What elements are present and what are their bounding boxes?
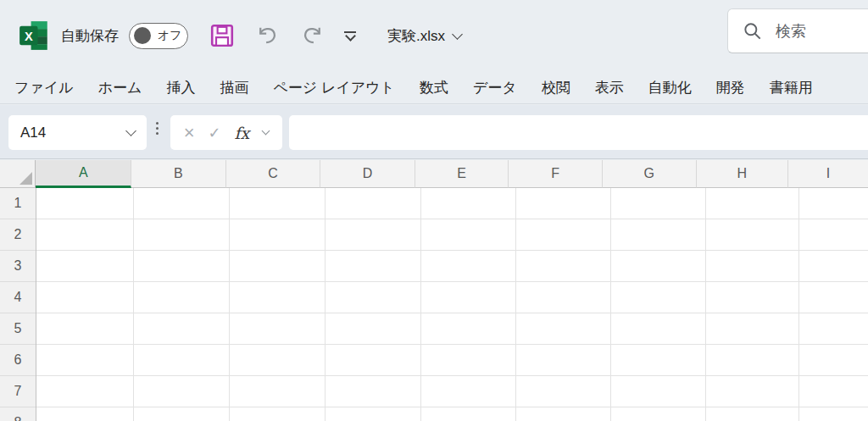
column-header-i[interactable]: I xyxy=(788,160,868,188)
chevron-down-icon[interactable] xyxy=(262,127,270,136)
save-floppy-icon xyxy=(209,23,235,48)
ribbon-tab-bar: ファイル ホーム 挿入 描画 ページ レイアウト 数式 データ 校閲 表示 自動… xyxy=(0,71,868,104)
gridline xyxy=(515,188,516,421)
column-header-e[interactable]: E xyxy=(415,160,509,188)
tab-view[interactable]: 表示 xyxy=(594,78,625,97)
search-input[interactable]: 検索 xyxy=(727,8,868,53)
tab-data[interactable]: データ xyxy=(472,78,518,97)
row-header-column: 1 2 3 4 5 6 7 8 xyxy=(0,188,36,421)
column-header-b[interactable]: B xyxy=(131,160,226,188)
column-header-a[interactable]: A xyxy=(36,160,131,188)
search-placeholder: 検索 xyxy=(776,21,806,42)
svg-text:X: X xyxy=(25,30,33,43)
cancel-icon[interactable]: × xyxy=(184,124,195,142)
tab-file[interactable]: ファイル xyxy=(14,78,75,97)
tab-insert[interactable]: 挿入 xyxy=(165,78,196,97)
chevron-down-icon xyxy=(452,29,463,40)
select-all-triangle-icon xyxy=(19,172,32,185)
redo-button[interactable] xyxy=(299,23,325,48)
row-header-7[interactable]: 7 xyxy=(0,376,36,407)
tab-page-layout[interactable]: ページ レイアウト xyxy=(272,78,396,97)
tab-developer[interactable]: 開発 xyxy=(715,78,746,97)
formula-bar-row: A14 × ✓ fx xyxy=(0,105,868,159)
autosave-state-label: オフ xyxy=(158,28,182,43)
title-bar: X 自動保存 オフ 実験.xlsx 検索 xyxy=(0,0,868,71)
row-header-2[interactable]: 2 xyxy=(0,219,36,251)
formula-buttons-group: × ✓ fx xyxy=(170,115,282,150)
tab-books[interactable]: 書籍用 xyxy=(769,78,814,97)
undo-icon xyxy=(255,23,281,48)
column-header-d[interactable]: D xyxy=(320,160,415,188)
row-header-3[interactable]: 3 xyxy=(0,251,36,282)
autosave-toggle[interactable]: オフ xyxy=(129,23,188,49)
redo-icon xyxy=(299,23,325,48)
column-header-f[interactable]: F xyxy=(509,160,603,188)
worksheet-grid: A B C D E F G H I 1 2 3 4 5 6 7 8 xyxy=(0,160,868,421)
gridline xyxy=(325,188,326,421)
gridline xyxy=(133,188,134,421)
gridline xyxy=(798,188,799,421)
column-header-g[interactable]: G xyxy=(603,160,697,188)
column-header-h[interactable]: H xyxy=(697,160,789,188)
column-header-c[interactable]: C xyxy=(226,160,321,188)
toggle-knob-icon xyxy=(134,27,151,44)
document-title-label: 実験.xlsx xyxy=(387,26,445,46)
chevron-down-icon[interactable] xyxy=(125,125,136,136)
row-header-6[interactable]: 6 xyxy=(0,345,36,376)
gridline xyxy=(705,188,706,421)
name-box-resize-handle[interactable] xyxy=(156,122,159,135)
formula-input[interactable] xyxy=(289,115,868,150)
name-box-value: A14 xyxy=(20,125,127,141)
insert-function-icon[interactable]: fx xyxy=(235,124,250,142)
row-header-4[interactable]: 4 xyxy=(0,282,36,313)
row-header-5[interactable]: 5 xyxy=(0,313,36,345)
enter-icon[interactable]: ✓ xyxy=(209,125,221,141)
excel-app-icon[interactable]: X xyxy=(19,20,49,51)
name-box[interactable]: A14 xyxy=(8,115,147,150)
document-title-button[interactable]: 実験.xlsx xyxy=(387,26,461,46)
gridline xyxy=(610,188,611,421)
search-icon xyxy=(742,20,764,42)
tab-review[interactable]: 校閲 xyxy=(541,78,571,97)
save-button[interactable] xyxy=(209,23,235,48)
column-header-row: A B C D E F G H I xyxy=(0,160,868,188)
tab-draw[interactable]: 描画 xyxy=(219,78,249,97)
customize-quick-access-button[interactable] xyxy=(342,31,359,40)
cell-area[interactable] xyxy=(36,188,868,421)
row-header-1[interactable]: 1 xyxy=(0,188,36,219)
undo-button[interactable] xyxy=(255,23,281,48)
row-header-8[interactable]: 8 xyxy=(0,407,36,421)
tab-automate[interactable]: 自動化 xyxy=(648,78,693,97)
gridline xyxy=(229,188,230,421)
tab-formulas[interactable]: 数式 xyxy=(419,78,449,97)
autosave-label: 自動保存 xyxy=(61,26,119,46)
gridline xyxy=(420,188,421,421)
tab-home[interactable]: ホーム xyxy=(97,78,143,97)
select-all-button[interactable] xyxy=(0,160,36,188)
